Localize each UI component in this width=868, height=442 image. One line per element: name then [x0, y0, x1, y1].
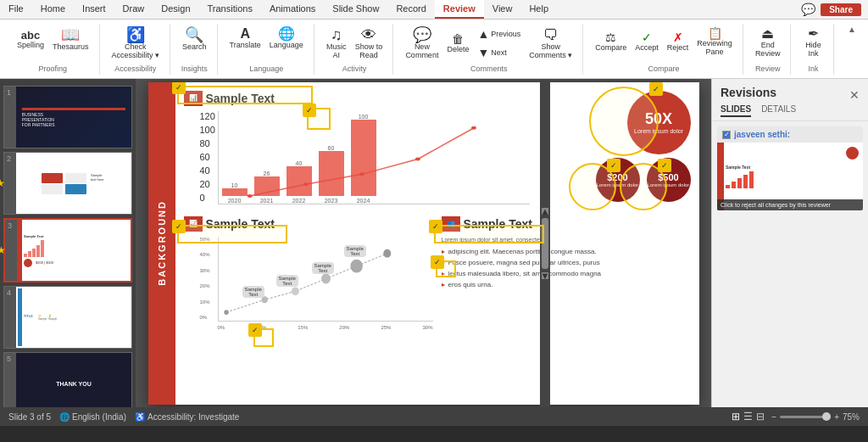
accessibility-text: Accessibility: Investigate [147, 412, 239, 422]
compare-button[interactable]: ⚖ Compare [592, 30, 630, 53]
scroll-up-button[interactable]: ▲ [542, 208, 548, 215]
canvas-scrollbar[interactable]: ▲ ▼ [540, 79, 550, 407]
ribbon-group-insights: 🔍 Search Insights [172, 24, 218, 75]
reject-button[interactable]: ✗ Reject [664, 30, 693, 53]
reviewing-pane-button[interactable]: 📋 ReviewingPane [693, 25, 736, 58]
tab-help[interactable]: Help [520, 0, 557, 19]
scatter-chart: 50% 40% 30% 20% 10% 0% [218, 237, 433, 322]
share-button[interactable]: Share [821, 3, 861, 16]
zoom-thumb[interactable] [822, 412, 831, 421]
svg-point-7 [291, 287, 298, 295]
ribbon-group-activity: ♫ MusicAI 👁 Show toRead Activity [316, 24, 394, 75]
language-buttons: A Translate 🌐 Language [226, 25, 307, 51]
search-button[interactable]: 🔍 Search [179, 25, 210, 53]
tab-insert[interactable]: Insert [74, 0, 114, 19]
flag-icon: 🌐 [59, 412, 70, 422]
slide-thumb-1[interactable]: 1 BUSINESSPRESENTATIONFOR PARTNERS [3, 86, 132, 148]
slide-top-left: 📊 Sample Text 120 100 80 60 [184, 91, 530, 208]
svg-point-5 [224, 310, 228, 315]
tab-file[interactable]: File [0, 0, 32, 19]
tab-design[interactable]: Design [153, 0, 198, 19]
scatter-y-labels: 50% 40% 30% 20% 10% 0% [200, 237, 210, 321]
revisions-tab-details[interactable]: DETAILS [761, 104, 796, 117]
reviewer-checkbox[interactable]: ✓ [722, 131, 731, 139]
comments-icon[interactable]: 💬 [801, 3, 815, 16]
outline-view-button[interactable]: ☰ [743, 411, 753, 422]
bubble-sample-2: SampleText [276, 275, 298, 287]
slide-thumb-3[interactable]: 3 ★ Sample Text [3, 218, 132, 283]
spelling-button[interactable]: abc Spelling [14, 28, 47, 51]
slide-num-5: 5 [4, 353, 16, 407]
x-label-15pct: 15% [298, 325, 308, 330]
next-label: Next [491, 48, 507, 57]
reviewer-name: jasveen sethi: [734, 130, 790, 139]
next-comment-button[interactable]: ▼ Next [474, 44, 524, 61]
revisions-close-button[interactable]: ✕ [849, 88, 860, 102]
tab-review[interactable]: Review [435, 0, 484, 19]
show-comments-icon: 🗨 [543, 27, 559, 42]
accept-button[interactable]: ✓ Accept [632, 30, 662, 53]
review-buttons: ⏏ EndReview [752, 25, 784, 59]
revisions-header: Revisions ✕ SLIDES DETAILS [712, 79, 868, 121]
tab-transitions[interactable]: Transitions [199, 0, 261, 19]
scroll-down-button[interactable]: ▼ [542, 272, 548, 279]
y-label-40: 40 [200, 165, 215, 176]
slides-panel: 1 BUSINESSPRESENTATIONFOR PARTNERS 2 ★ [0, 79, 136, 407]
tab-draw[interactable]: Draw [114, 0, 153, 19]
show-to-read-button[interactable]: 👁 Show toRead [352, 25, 387, 61]
end-review-button[interactable]: ⏏ EndReview [752, 25, 784, 59]
language-button[interactable]: 🌐 Language [266, 25, 307, 51]
checkbox-chart: ✓ [303, 104, 316, 117]
slide-thumb-5[interactable]: 5 THANK YOU [3, 352, 132, 407]
yellow-box-scatter-point: ✓ [253, 328, 274, 347]
accessibility-status[interactable]: ♿ Accessibility: Investigate [135, 412, 239, 422]
delete-comment-button[interactable]: 🗑 Delete [443, 31, 472, 55]
text-list-item-3: ▸ eros quis urna. [442, 281, 691, 288]
new-comment-button[interactable]: 💬 NewComment [402, 25, 442, 61]
normal-view-button[interactable]: ⊞ [732, 411, 740, 422]
text-list-text-3: eros quis urna. [448, 281, 493, 288]
revisions-tab-slides[interactable]: SLIDES [721, 104, 751, 117]
music-ai-button[interactable]: ♫ MusicAI [323, 25, 350, 61]
checkbox-small-1: ✓ [607, 159, 620, 172]
svg-point-10 [383, 249, 391, 257]
hide-ink-button[interactable]: ✒ HideInk [799, 25, 826, 59]
zoom-out-button[interactable]: − [771, 412, 776, 422]
spelling-label: Spelling [17, 41, 44, 49]
yellow-box-title: ✓ [177, 86, 313, 104]
show-comments-button[interactable]: 🗨 ShowComments ▾ [526, 25, 576, 61]
checkbox-small-2: ✓ [658, 159, 671, 172]
tab-home[interactable]: Home [32, 0, 74, 19]
revisions-tabs: SLIDES DETAILS [721, 104, 860, 117]
svg-point-9 [350, 259, 362, 272]
reviewer-thumb[interactable]: Sample Text Click to reject all change [717, 143, 863, 210]
tab-slideshow[interactable]: Slide Show [324, 0, 387, 19]
thesaurus-button[interactable]: 📖 Thesaurus [49, 25, 92, 53]
text-list: ▸ adipiscing elit. Maecenas porttitor co… [442, 248, 691, 288]
tab-record[interactable]: Record [387, 0, 434, 19]
previous-comment-button[interactable]: ▲ Previous [474, 25, 524, 42]
reading-view-button[interactable]: ⊟ [756, 411, 765, 422]
check-accessibility-button[interactable]: ♿ CheckAccessibility ▾ [108, 25, 164, 61]
canvas-area: BACKGROUND 📊 Sample Text [136, 79, 711, 407]
accessibility-label: CheckAccessibility ▾ [112, 42, 160, 59]
tab-animations[interactable]: Animations [261, 0, 324, 19]
ribbon-group-proofing: abc Spelling 📖 Thesaurus Proofing [7, 24, 100, 75]
bubble-sample-4: SampleText [344, 245, 366, 257]
ribbon-group-compare: ⚖ Compare ✓ Accept ✗ Reject 📋 ReviewingP… [585, 24, 743, 75]
zoom-track[interactable] [780, 416, 831, 418]
svg-point-1 [303, 182, 308, 186]
bubble-sample-1: SampleText [242, 286, 264, 298]
proofing-group-label: Proofing [39, 64, 68, 73]
language-indicator[interactable]: 🌐 English (India) [59, 412, 126, 422]
slide-thumb-4[interactable]: 4 TITLE ⭐ Sample 💡 Sample [3, 286, 132, 349]
ribbon-group-ink: ✒ HideInk Ink [793, 24, 834, 75]
list-icon-0: ▸ [442, 248, 445, 255]
zoom-in-button[interactable]: + [834, 412, 839, 422]
x-label-20pct: 20% [339, 325, 349, 330]
thank-you-text: THANK YOU [56, 381, 91, 387]
translate-button[interactable]: A Translate [226, 25, 264, 51]
slide-thumb-2[interactable]: 2 ★ Sample text here [3, 152, 132, 215]
collapse-ribbon-button[interactable]: ▲ [843, 23, 861, 36]
tab-view[interactable]: View [484, 0, 521, 19]
